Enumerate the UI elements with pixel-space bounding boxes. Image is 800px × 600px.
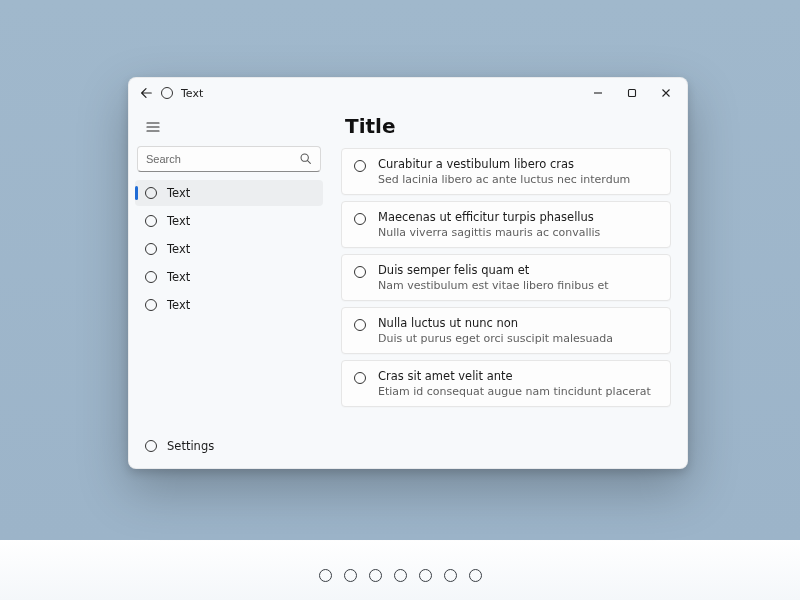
- window-title: Text: [181, 87, 203, 100]
- search-input[interactable]: [146, 153, 293, 165]
- minimize-icon: [593, 88, 603, 98]
- app-window: Text TextTextTextTextTe: [128, 77, 688, 469]
- nav-item-label: Text: [167, 186, 190, 200]
- card-title: Cras sit amet velit ante: [378, 369, 651, 383]
- card-subtitle: Etiam id consequat augue nam tincidunt p…: [378, 385, 651, 398]
- card-subtitle: Nulla viverra sagittis mauris ac convall…: [378, 226, 600, 239]
- indicator-dot[interactable]: [394, 569, 407, 582]
- circle-icon: [354, 213, 366, 225]
- list-card[interactable]: Nulla luctus ut nunc nonDuis ut purus eg…: [341, 307, 671, 354]
- circle-icon: [354, 319, 366, 331]
- nav-list: TextTextTextTextText: [135, 180, 323, 318]
- list-card[interactable]: Duis semper felis quam etNam vestibulum …: [341, 254, 671, 301]
- list-card[interactable]: Cras sit amet velit anteEtiam id consequ…: [341, 360, 671, 407]
- card-text: Curabitur a vestibulum libero crasSed la…: [378, 157, 630, 186]
- card-text: Cras sit amet velit anteEtiam id consequ…: [378, 369, 651, 398]
- nav-item-label: Text: [167, 270, 190, 284]
- arrow-left-icon: [139, 86, 153, 100]
- circle-icon: [145, 271, 157, 283]
- card-subtitle: Duis ut purus eget orci suscipit malesua…: [378, 332, 613, 345]
- nav-item-label: Text: [167, 242, 190, 256]
- card-text: Maecenas ut efficitur turpis phasellusNu…: [378, 210, 600, 239]
- card-title: Curabitur a vestibulum libero cras: [378, 157, 630, 171]
- minimize-button[interactable]: [581, 79, 615, 107]
- settings-nav-item[interactable]: Settings: [135, 432, 323, 460]
- indicator-dot[interactable]: [469, 569, 482, 582]
- maximize-button[interactable]: [615, 79, 649, 107]
- card-subtitle: Nam vestibulum est vitae libero finibus …: [378, 279, 609, 292]
- indicator-dot[interactable]: [419, 569, 432, 582]
- nav-toggle-button[interactable]: [139, 114, 167, 140]
- list-card[interactable]: Curabitur a vestibulum libero crasSed la…: [341, 148, 671, 195]
- circle-icon: [145, 243, 157, 255]
- circle-icon: [354, 372, 366, 384]
- titlebar: Text: [129, 78, 687, 108]
- card-list: Curabitur a vestibulum libero crasSed la…: [341, 148, 671, 407]
- nav-item[interactable]: Text: [135, 236, 323, 262]
- nav-item-label: Text: [167, 298, 190, 312]
- circle-icon: [145, 440, 157, 452]
- back-button[interactable]: [139, 86, 153, 100]
- circle-icon: [145, 299, 157, 311]
- circle-icon: [354, 160, 366, 172]
- indicator-dot[interactable]: [369, 569, 382, 582]
- card-text: Nulla luctus ut nunc nonDuis ut purus eg…: [378, 316, 613, 345]
- close-icon: [661, 88, 671, 98]
- app-icon: [161, 87, 173, 99]
- svg-rect-0: [629, 90, 636, 97]
- nav-item[interactable]: Text: [135, 180, 323, 206]
- content-area: Title Curabitur a vestibulum libero cras…: [329, 108, 687, 468]
- circle-icon: [145, 215, 157, 227]
- card-subtitle: Sed lacinia libero ac ante luctus nec in…: [378, 173, 630, 186]
- search-box[interactable]: [137, 146, 321, 172]
- page-indicator: [0, 560, 800, 590]
- indicator-dot[interactable]: [444, 569, 457, 582]
- settings-label: Settings: [167, 439, 214, 453]
- list-card[interactable]: Maecenas ut efficitur turpis phasellusNu…: [341, 201, 671, 248]
- card-text: Duis semper felis quam etNam vestibulum …: [378, 263, 609, 292]
- page-title: Title: [345, 114, 671, 138]
- circle-icon: [354, 266, 366, 278]
- circle-icon: [145, 187, 157, 199]
- hamburger-icon: [146, 121, 160, 133]
- nav-item-label: Text: [167, 214, 190, 228]
- nav-item[interactable]: Text: [135, 264, 323, 290]
- card-title: Duis semper felis quam et: [378, 263, 609, 277]
- close-button[interactable]: [649, 79, 683, 107]
- maximize-icon: [627, 88, 637, 98]
- nav-item[interactable]: Text: [135, 208, 323, 234]
- nav-item[interactable]: Text: [135, 292, 323, 318]
- sidebar: TextTextTextTextText Settings: [129, 108, 329, 468]
- card-title: Nulla luctus ut nunc non: [378, 316, 613, 330]
- indicator-dot[interactable]: [344, 569, 357, 582]
- card-title: Maecenas ut efficitur turpis phasellus: [378, 210, 600, 224]
- search-icon: [299, 150, 312, 169]
- indicator-dot[interactable]: [319, 569, 332, 582]
- titlebar-left: Text: [139, 86, 203, 100]
